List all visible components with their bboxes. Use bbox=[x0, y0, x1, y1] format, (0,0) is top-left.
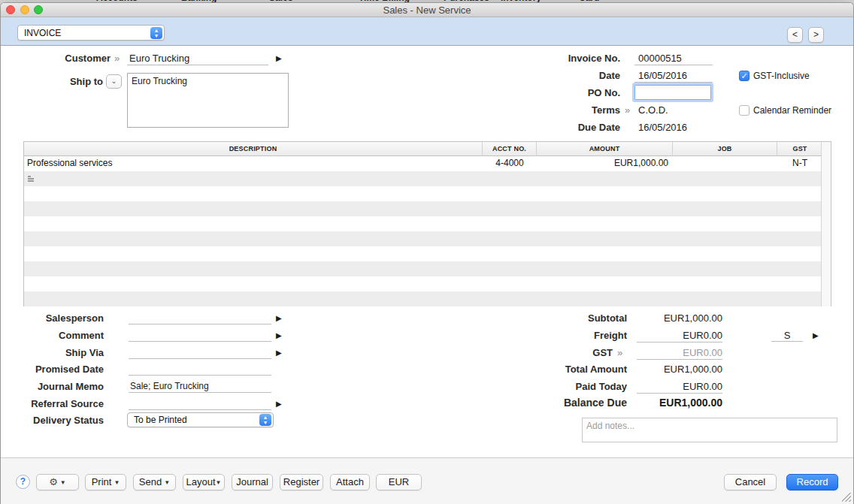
empty-line-row[interactable] bbox=[24, 201, 821, 216]
freight-tax-code-field[interactable]: S bbox=[771, 330, 803, 342]
freight-field[interactable]: EUR0.00 bbox=[637, 330, 722, 343]
empty-line-row[interactable] bbox=[24, 246, 821, 261]
salesperson-field[interactable] bbox=[129, 324, 271, 324]
gst-inclusive-label: GST-Inclusive bbox=[753, 71, 810, 81]
freight-label: Freight bbox=[519, 330, 627, 341]
due-date-field[interactable]: 16/05/2016 bbox=[638, 122, 687, 133]
cell-description[interactable]: Professional services bbox=[27, 156, 480, 171]
balance-due-label: Balance Due bbox=[519, 397, 627, 409]
cell-amount[interactable]: EUR1,000.00 bbox=[537, 156, 668, 171]
paid-today-field[interactable]: EUR0.00 bbox=[637, 381, 722, 394]
previous-record-button[interactable]: < bbox=[787, 27, 803, 43]
gst-label: GST bbox=[519, 347, 613, 358]
register-button-label: Register bbox=[283, 476, 319, 487]
prev-arrow-icon: < bbox=[792, 29, 798, 40]
empty-line-row[interactable] bbox=[24, 231, 821, 246]
currency-button[interactable]: EUR bbox=[376, 474, 422, 490]
sale-type-selected: INVOICE bbox=[18, 28, 150, 38]
cell-acct-no[interactable]: 4-4000 bbox=[483, 156, 537, 171]
layout-button-label: Layout bbox=[186, 476, 216, 487]
ship-to-dropdown-button[interactable]: ⌄ bbox=[106, 74, 122, 89]
comment-field[interactable] bbox=[129, 341, 271, 342]
cancel-button[interactable]: Cancel bbox=[724, 474, 777, 490]
table-scrollbar[interactable] bbox=[821, 142, 831, 306]
customer-list-icon[interactable]: ▶ bbox=[276, 54, 282, 62]
col-header-gst: GST bbox=[777, 142, 822, 156]
ship-to-label: Ship to bbox=[23, 76, 103, 87]
dropdown-arrow-icon: ▼ bbox=[216, 479, 222, 486]
journal-memo-label: Journal Memo bbox=[1, 381, 104, 392]
line-items-rows: Professional services 4-4000 EUR1,000.00… bbox=[24, 156, 821, 306]
referral-source-label: Referral Source bbox=[1, 398, 104, 409]
empty-line-row[interactable] bbox=[24, 216, 821, 231]
date-field[interactable]: 16/05/2016 bbox=[638, 70, 687, 81]
gst-field[interactable]: EUR0.00 bbox=[637, 347, 722, 360]
journal-button-label: Journal bbox=[236, 476, 268, 487]
terms-field[interactable]: C.O.D. bbox=[638, 104, 668, 116]
delivery-status-label: Delivery Status bbox=[1, 415, 104, 426]
settings-menu-button[interactable]: ⚙▼ bbox=[36, 474, 79, 490]
window-resize-grip[interactable] bbox=[842, 493, 851, 502]
promised-date-field[interactable] bbox=[129, 375, 271, 376]
register-button[interactable]: Register bbox=[280, 474, 323, 490]
empty-line-row[interactable] bbox=[24, 261, 821, 276]
comment-list-icon[interactable]: ▶ bbox=[276, 331, 282, 340]
col-header-job: JOB bbox=[673, 142, 777, 156]
line-item-row[interactable]: Professional services 4-4000 EUR1,000.00… bbox=[24, 156, 821, 171]
referral-source-list-icon[interactable]: ▶ bbox=[276, 400, 282, 408]
help-button[interactable]: ? bbox=[16, 475, 30, 489]
po-no-field[interactable] bbox=[634, 85, 711, 100]
next-record-button[interactable]: > bbox=[808, 27, 824, 43]
gst-inclusive-checkbox[interactable]: ✓ bbox=[739, 71, 750, 81]
delivery-status-select[interactable]: To be Printed ▲▼ bbox=[127, 412, 274, 427]
notes-field[interactable]: Add notes... bbox=[582, 418, 837, 442]
referral-source-field[interactable] bbox=[129, 409, 271, 410]
ship-to-address-field[interactable]: Euro Trucking bbox=[127, 73, 289, 128]
chevron-down-icon: ⌄ bbox=[111, 77, 117, 85]
customer-zoom-icon[interactable]: » bbox=[114, 53, 120, 64]
freight-tax-list-icon[interactable]: ▶ bbox=[813, 331, 819, 340]
terms-zoom-icon[interactable]: » bbox=[625, 104, 630, 116]
print-button[interactable]: Print▼ bbox=[85, 474, 126, 490]
gst-zoom-icon[interactable]: » bbox=[617, 347, 622, 358]
empty-line-row[interactable] bbox=[24, 171, 821, 186]
title-bar: Sales - New Service bbox=[1, 3, 853, 17]
col-header-acct-no: ACCT NO. bbox=[483, 142, 537, 156]
window-title: Sales - New Service bbox=[1, 5, 853, 16]
salesperson-label: Salesperson bbox=[1, 312, 104, 324]
salesperson-list-icon[interactable]: ▶ bbox=[276, 314, 282, 322]
insert-line-marker-icon bbox=[28, 176, 34, 182]
calendar-reminder-checkbox[interactable] bbox=[739, 105, 750, 116]
sale-type-select[interactable]: INVOICE ▲▼ bbox=[17, 25, 165, 41]
line-items-header: DESCRIPTION ACCT NO. AMOUNT JOB GST bbox=[24, 142, 821, 156]
calendar-reminder-label: Calendar Reminder bbox=[753, 105, 831, 116]
layout-button[interactable]: Layout▼ bbox=[183, 474, 225, 490]
due-date-label: Due Date bbox=[527, 122, 620, 133]
journal-memo-field[interactable]: Sale; Euro Trucking bbox=[130, 381, 209, 391]
journal-button[interactable]: Journal bbox=[232, 474, 273, 490]
dropdown-arrow-icon: ▼ bbox=[60, 479, 66, 486]
select-stepper-icon: ▲▼ bbox=[259, 414, 271, 426]
empty-line-row[interactable] bbox=[24, 291, 821, 306]
gear-icon: ⚙ bbox=[49, 476, 58, 487]
empty-line-row[interactable] bbox=[24, 276, 821, 291]
customer-label: Customer bbox=[23, 53, 111, 64]
subtotal-label: Subtotal bbox=[519, 312, 627, 324]
currency-button-label: EUR bbox=[389, 476, 409, 487]
cell-job[interactable] bbox=[673, 156, 777, 171]
ship-via-field[interactable] bbox=[129, 358, 271, 359]
attach-button-label: Attach bbox=[336, 476, 364, 487]
cell-gst[interactable]: N-T bbox=[777, 156, 822, 171]
invoice-form: Customer » Euro Trucking ▶ Ship to ⌄ Eur… bbox=[1, 46, 853, 458]
record-button[interactable]: Record bbox=[786, 474, 838, 490]
send-button[interactable]: Send▼ bbox=[133, 474, 176, 490]
customer-field[interactable]: Euro Trucking bbox=[129, 53, 189, 64]
ship-via-list-icon[interactable]: ▶ bbox=[276, 349, 282, 357]
paid-today-label: Paid Today bbox=[519, 381, 627, 392]
empty-line-row[interactable] bbox=[24, 186, 821, 201]
send-button-label: Send bbox=[139, 476, 162, 487]
attach-button[interactable]: Attach bbox=[330, 474, 370, 490]
invoice-no-field[interactable]: 00000515 bbox=[638, 53, 682, 64]
dropdown-arrow-icon: ▼ bbox=[164, 479, 170, 486]
subtotal-value: EUR1,000.00 bbox=[637, 312, 722, 324]
